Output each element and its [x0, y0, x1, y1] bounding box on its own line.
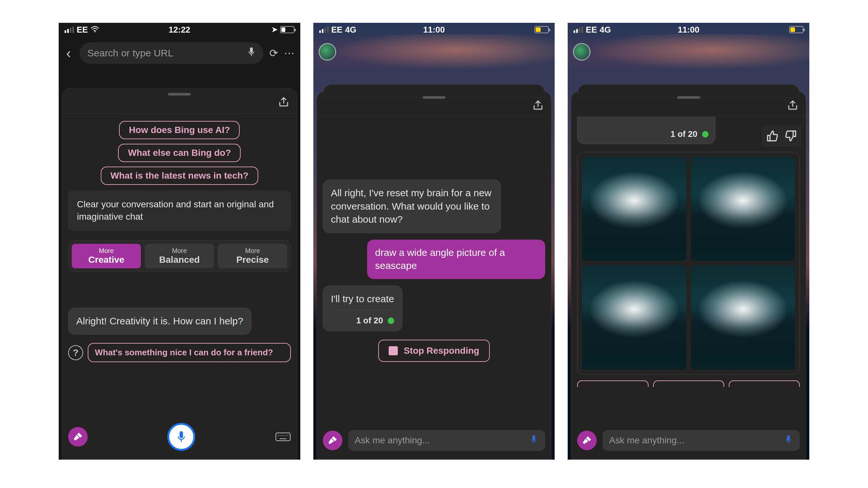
- thumbs-down-button[interactable]: [785, 130, 797, 143]
- network-label: 4G: [345, 25, 356, 35]
- share-button[interactable]: [278, 96, 289, 109]
- help-icon[interactable]: ?: [68, 345, 83, 360]
- network-label: 4G: [600, 25, 611, 35]
- generated-image[interactable]: [582, 265, 686, 369]
- avatar[interactable]: [573, 43, 590, 61]
- keyboard-toggle-button[interactable]: [275, 430, 291, 443]
- composer-placeholder: Ask me anything...: [609, 435, 779, 446]
- status-dot-icon: [702, 131, 709, 137]
- chat-footer: Ask me anything...: [571, 425, 806, 459]
- mode-creative[interactable]: More Creative: [72, 244, 141, 268]
- suggestion-chip-list: How does Bing use AI? What else can Bing…: [68, 121, 291, 185]
- chat-footer: [62, 418, 297, 459]
- mode-label: Precise: [220, 255, 285, 265]
- divider: [62, 113, 297, 113]
- clock-label: 12:22: [168, 25, 190, 35]
- suggestion-chip-cut[interactable]: [729, 381, 800, 387]
- assistant-message: Alright! Creativity it is. How can I hel…: [68, 308, 251, 335]
- share-button[interactable]: [532, 99, 544, 112]
- avatar[interactable]: [318, 43, 336, 61]
- mode-prefix: More: [147, 247, 212, 255]
- new-topic-button[interactable]: [323, 431, 342, 450]
- thumbs-up-button[interactable]: [767, 130, 778, 143]
- status-bar: EE 12:22 ➤: [59, 23, 300, 36]
- sheet-drag-handle[interactable]: [677, 96, 700, 99]
- carrier-label: EE: [76, 25, 88, 35]
- new-topic-button[interactable]: [577, 431, 597, 450]
- chat-sheet: 1 of 20: [571, 91, 806, 460]
- svg-rect-2: [180, 431, 183, 438]
- turn-counter: 1 of 20: [331, 310, 394, 326]
- wifi-icon: [91, 25, 99, 35]
- carrier-label: EE: [331, 25, 343, 35]
- svg-rect-11: [532, 435, 535, 441]
- signal-bars-icon: [65, 26, 74, 33]
- status-dot-icon: [388, 318, 394, 324]
- location-icon: ➤: [272, 25, 278, 34]
- carrier-label: EE: [586, 25, 597, 35]
- url-placeholder: Search or type URL: [87, 47, 243, 59]
- assistant-message-streaming: I'll try to create 1 of 20: [323, 286, 402, 331]
- suggestion-chip[interactable]: What's something nice I can do for a fri…: [88, 343, 291, 362]
- suggestion-chip[interactable]: How does Bing use AI?: [119, 121, 240, 139]
- stop-responding-button[interactable]: Stop Responding: [378, 340, 490, 362]
- stop-label: Stop Responding: [404, 346, 479, 356]
- turn-counter-text: 1 of 20: [356, 315, 383, 326]
- turn-counter-text: 1 of 20: [671, 129, 697, 139]
- voice-input-icon[interactable]: [529, 434, 539, 447]
- suggestion-chip-cut[interactable]: [577, 381, 648, 387]
- mode-tooltip: Clear your conversation and start an ori…: [68, 191, 291, 230]
- mode-precise[interactable]: More Precise: [218, 244, 287, 268]
- voice-input-icon[interactable]: [783, 434, 793, 447]
- svg-rect-3: [276, 433, 290, 441]
- stacked-sheet-hint: [323, 85, 545, 97]
- voice-input-button[interactable]: [167, 423, 195, 451]
- mode-label: Creative: [74, 255, 139, 265]
- generated-image[interactable]: [691, 157, 795, 261]
- clock-label: 11:00: [423, 25, 445, 35]
- signal-bars-icon: [319, 26, 329, 33]
- composer-input[interactable]: Ask me anything...: [348, 430, 546, 451]
- suggestion-chip[interactable]: What is the latest news in tech?: [101, 167, 258, 185]
- assistant-message-tail: 1 of 20: [577, 117, 715, 144]
- sheet-drag-handle[interactable]: [423, 96, 445, 99]
- new-topic-button[interactable]: [68, 427, 88, 447]
- overflow-menu-button[interactable]: ⋯: [284, 47, 296, 59]
- bottom-suggestion-row: ? What's something nice I can do for a f…: [68, 343, 291, 362]
- mode-balanced[interactable]: More Balanced: [145, 244, 214, 268]
- suggestion-chip-cut[interactable]: [653, 381, 724, 387]
- suggestion-chip-row-partial: [577, 381, 800, 387]
- assistant-message: All right, I've reset my brain for a new…: [323, 180, 501, 233]
- share-button[interactable]: [787, 99, 799, 112]
- feedback-buttons: [762, 126, 802, 147]
- voice-search-icon[interactable]: [247, 46, 256, 60]
- user-message: draw a wide angle picture of a seascape: [367, 239, 545, 279]
- svg-rect-12: [787, 435, 790, 441]
- generated-image[interactable]: [582, 157, 686, 261]
- chat-sheet: All right, I've reset my brain for a new…: [317, 91, 552, 460]
- stop-icon: [389, 346, 398, 355]
- battery-charging-icon: [789, 26, 803, 33]
- mode-prefix: More: [220, 247, 285, 255]
- stacked-sheet-hint: [578, 85, 799, 97]
- phone-screenshot-3: EE 4G 11:00 1 of 20: [568, 23, 809, 460]
- svg-rect-1: [250, 47, 253, 53]
- reload-button[interactable]: ⟳: [269, 47, 278, 59]
- turn-counter: 1 of 20: [584, 129, 708, 139]
- conversation-mode-selector: More Creative More Balanced More Precise: [68, 240, 291, 272]
- divider: [571, 117, 806, 117]
- divider: [317, 117, 551, 117]
- sheet-drag-handle[interactable]: [168, 93, 191, 96]
- battery-charging-icon: [534, 26, 549, 33]
- composer-input[interactable]: Ask me anything...: [602, 430, 800, 451]
- phone-screenshot-2: EE 4G 11:00 All right, I've reset my bra…: [313, 23, 555, 460]
- url-bar[interactable]: Search or type URL: [80, 42, 264, 64]
- generated-image-card: [577, 152, 800, 375]
- chat-sheet: How does Bing use AI? What else can Bing…: [62, 88, 297, 460]
- generated-image[interactable]: [691, 265, 795, 369]
- suggestion-chip[interactable]: What else can Bing do?: [118, 144, 241, 162]
- phone-screenshot-1: EE 12:22 ➤ ‹ Search or type URL ⟳ ⋯: [59, 23, 300, 460]
- mode-label: Balanced: [147, 255, 212, 265]
- browser-toolbar: ‹ Search or type URL ⟳ ⋯: [59, 36, 300, 68]
- back-button[interactable]: ‹: [63, 45, 74, 61]
